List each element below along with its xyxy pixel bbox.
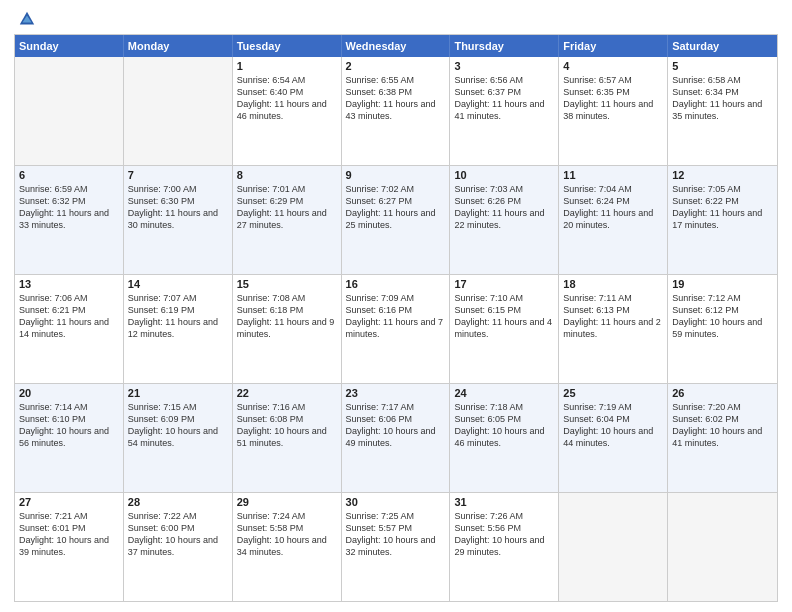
table-row: 25Sunrise: 7:19 AM Sunset: 6:04 PM Dayli…: [559, 384, 668, 492]
calendar-row: 13Sunrise: 7:06 AM Sunset: 6:21 PM Dayli…: [15, 274, 777, 383]
day-info: Sunrise: 7:06 AM Sunset: 6:21 PM Dayligh…: [19, 292, 119, 341]
table-row: 22Sunrise: 7:16 AM Sunset: 6:08 PM Dayli…: [233, 384, 342, 492]
col-monday: Monday: [124, 35, 233, 57]
day-number: 17: [454, 278, 554, 290]
table-row: 14Sunrise: 7:07 AM Sunset: 6:19 PM Dayli…: [124, 275, 233, 383]
day-number: 9: [346, 169, 446, 181]
day-info: Sunrise: 7:19 AM Sunset: 6:04 PM Dayligh…: [563, 401, 663, 450]
table-row: [15, 57, 124, 165]
table-row: 31Sunrise: 7:26 AM Sunset: 5:56 PM Dayli…: [450, 493, 559, 601]
table-row: 17Sunrise: 7:10 AM Sunset: 6:15 PM Dayli…: [450, 275, 559, 383]
day-info: Sunrise: 7:26 AM Sunset: 5:56 PM Dayligh…: [454, 510, 554, 559]
day-info: Sunrise: 7:09 AM Sunset: 6:16 PM Dayligh…: [346, 292, 446, 341]
day-number: 20: [19, 387, 119, 399]
table-row: 16Sunrise: 7:09 AM Sunset: 6:16 PM Dayli…: [342, 275, 451, 383]
calendar-row: 6Sunrise: 6:59 AM Sunset: 6:32 PM Daylig…: [15, 165, 777, 274]
col-thursday: Thursday: [450, 35, 559, 57]
col-friday: Friday: [559, 35, 668, 57]
table-row: 30Sunrise: 7:25 AM Sunset: 5:57 PM Dayli…: [342, 493, 451, 601]
table-row: 5Sunrise: 6:58 AM Sunset: 6:34 PM Daylig…: [668, 57, 777, 165]
day-number: 15: [237, 278, 337, 290]
day-number: 1: [237, 60, 337, 72]
table-row: 27Sunrise: 7:21 AM Sunset: 6:01 PM Dayli…: [15, 493, 124, 601]
day-info: Sunrise: 7:16 AM Sunset: 6:08 PM Dayligh…: [237, 401, 337, 450]
day-number: 23: [346, 387, 446, 399]
day-number: 22: [237, 387, 337, 399]
day-number: 29: [237, 496, 337, 508]
day-info: Sunrise: 7:07 AM Sunset: 6:19 PM Dayligh…: [128, 292, 228, 341]
day-number: 16: [346, 278, 446, 290]
day-info: Sunrise: 7:04 AM Sunset: 6:24 PM Dayligh…: [563, 183, 663, 232]
day-info: Sunrise: 6:57 AM Sunset: 6:35 PM Dayligh…: [563, 74, 663, 123]
day-info: Sunrise: 7:14 AM Sunset: 6:10 PM Dayligh…: [19, 401, 119, 450]
day-info: Sunrise: 7:12 AM Sunset: 6:12 PM Dayligh…: [672, 292, 773, 341]
day-number: 30: [346, 496, 446, 508]
table-row: 3Sunrise: 6:56 AM Sunset: 6:37 PM Daylig…: [450, 57, 559, 165]
calendar-row: 27Sunrise: 7:21 AM Sunset: 6:01 PM Dayli…: [15, 492, 777, 601]
logo-icon: [18, 10, 36, 28]
day-number: 12: [672, 169, 773, 181]
table-row: 24Sunrise: 7:18 AM Sunset: 6:05 PM Dayli…: [450, 384, 559, 492]
day-number: 10: [454, 169, 554, 181]
day-number: 6: [19, 169, 119, 181]
col-tuesday: Tuesday: [233, 35, 342, 57]
calendar-row: 20Sunrise: 7:14 AM Sunset: 6:10 PM Dayli…: [15, 383, 777, 492]
table-row: [559, 493, 668, 601]
table-row: 26Sunrise: 7:20 AM Sunset: 6:02 PM Dayli…: [668, 384, 777, 492]
logo: [14, 10, 36, 28]
day-number: 14: [128, 278, 228, 290]
day-number: 4: [563, 60, 663, 72]
header: [14, 10, 778, 28]
table-row: 6Sunrise: 6:59 AM Sunset: 6:32 PM Daylig…: [15, 166, 124, 274]
table-row: 2Sunrise: 6:55 AM Sunset: 6:38 PM Daylig…: [342, 57, 451, 165]
day-info: Sunrise: 7:01 AM Sunset: 6:29 PM Dayligh…: [237, 183, 337, 232]
table-row: 19Sunrise: 7:12 AM Sunset: 6:12 PM Dayli…: [668, 275, 777, 383]
calendar-header: Sunday Monday Tuesday Wednesday Thursday…: [15, 35, 777, 57]
day-number: 13: [19, 278, 119, 290]
table-row: 1Sunrise: 6:54 AM Sunset: 6:40 PM Daylig…: [233, 57, 342, 165]
table-row: 12Sunrise: 7:05 AM Sunset: 6:22 PM Dayli…: [668, 166, 777, 274]
calendar: Sunday Monday Tuesday Wednesday Thursday…: [14, 34, 778, 602]
table-row: 18Sunrise: 7:11 AM Sunset: 6:13 PM Dayli…: [559, 275, 668, 383]
table-row: 10Sunrise: 7:03 AM Sunset: 6:26 PM Dayli…: [450, 166, 559, 274]
day-info: Sunrise: 7:02 AM Sunset: 6:27 PM Dayligh…: [346, 183, 446, 232]
day-number: 24: [454, 387, 554, 399]
col-sunday: Sunday: [15, 35, 124, 57]
day-info: Sunrise: 7:21 AM Sunset: 6:01 PM Dayligh…: [19, 510, 119, 559]
day-number: 5: [672, 60, 773, 72]
calendar-row: 1Sunrise: 6:54 AM Sunset: 6:40 PM Daylig…: [15, 57, 777, 165]
day-info: Sunrise: 7:03 AM Sunset: 6:26 PM Dayligh…: [454, 183, 554, 232]
day-number: 3: [454, 60, 554, 72]
day-info: Sunrise: 6:55 AM Sunset: 6:38 PM Dayligh…: [346, 74, 446, 123]
table-row: 7Sunrise: 7:00 AM Sunset: 6:30 PM Daylig…: [124, 166, 233, 274]
day-info: Sunrise: 6:59 AM Sunset: 6:32 PM Dayligh…: [19, 183, 119, 232]
day-number: 25: [563, 387, 663, 399]
col-wednesday: Wednesday: [342, 35, 451, 57]
table-row: [668, 493, 777, 601]
table-row: 11Sunrise: 7:04 AM Sunset: 6:24 PM Dayli…: [559, 166, 668, 274]
day-info: Sunrise: 7:25 AM Sunset: 5:57 PM Dayligh…: [346, 510, 446, 559]
page: Sunday Monday Tuesday Wednesday Thursday…: [0, 0, 792, 612]
day-number: 28: [128, 496, 228, 508]
table-row: 21Sunrise: 7:15 AM Sunset: 6:09 PM Dayli…: [124, 384, 233, 492]
table-row: [124, 57, 233, 165]
table-row: 13Sunrise: 7:06 AM Sunset: 6:21 PM Dayli…: [15, 275, 124, 383]
table-row: 23Sunrise: 7:17 AM Sunset: 6:06 PM Dayli…: [342, 384, 451, 492]
day-number: 27: [19, 496, 119, 508]
day-number: 26: [672, 387, 773, 399]
table-row: 8Sunrise: 7:01 AM Sunset: 6:29 PM Daylig…: [233, 166, 342, 274]
day-number: 7: [128, 169, 228, 181]
day-number: 19: [672, 278, 773, 290]
day-info: Sunrise: 7:15 AM Sunset: 6:09 PM Dayligh…: [128, 401, 228, 450]
calendar-body: 1Sunrise: 6:54 AM Sunset: 6:40 PM Daylig…: [15, 57, 777, 601]
day-number: 2: [346, 60, 446, 72]
table-row: 29Sunrise: 7:24 AM Sunset: 5:58 PM Dayli…: [233, 493, 342, 601]
day-number: 8: [237, 169, 337, 181]
day-info: Sunrise: 7:18 AM Sunset: 6:05 PM Dayligh…: [454, 401, 554, 450]
table-row: 20Sunrise: 7:14 AM Sunset: 6:10 PM Dayli…: [15, 384, 124, 492]
day-number: 18: [563, 278, 663, 290]
day-info: Sunrise: 7:24 AM Sunset: 5:58 PM Dayligh…: [237, 510, 337, 559]
day-info: Sunrise: 7:20 AM Sunset: 6:02 PM Dayligh…: [672, 401, 773, 450]
day-info: Sunrise: 7:08 AM Sunset: 6:18 PM Dayligh…: [237, 292, 337, 341]
day-number: 11: [563, 169, 663, 181]
